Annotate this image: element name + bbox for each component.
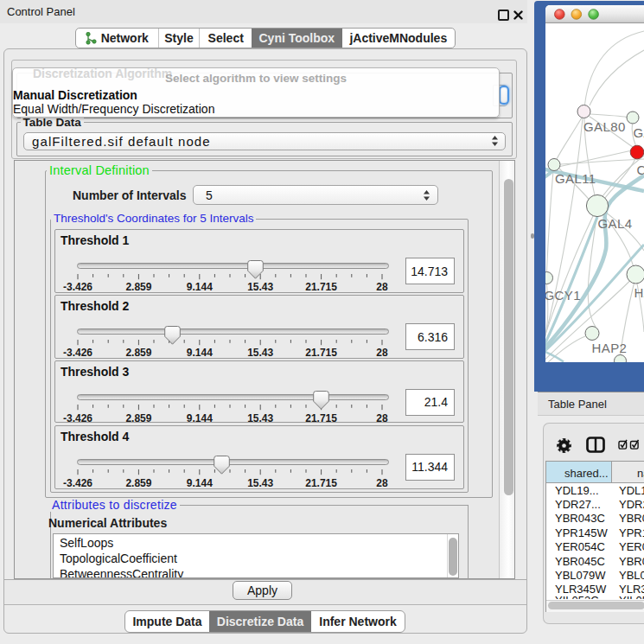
svg-text:GAL80: GAL80 [583, 119, 626, 134]
svg-text:GAL4: GAL4 [598, 216, 633, 231]
svg-text:GAL11: GAL11 [555, 171, 596, 186]
svg-text:HAP4: HAP4 [634, 285, 644, 300]
svg-text:HAP2: HAP2 [592, 341, 628, 355]
svg-text:GCY1: GCY1 [545, 288, 581, 303]
svg-text:GAL4: GAL4 [634, 125, 644, 140]
svg-text:C: C [637, 163, 644, 177]
